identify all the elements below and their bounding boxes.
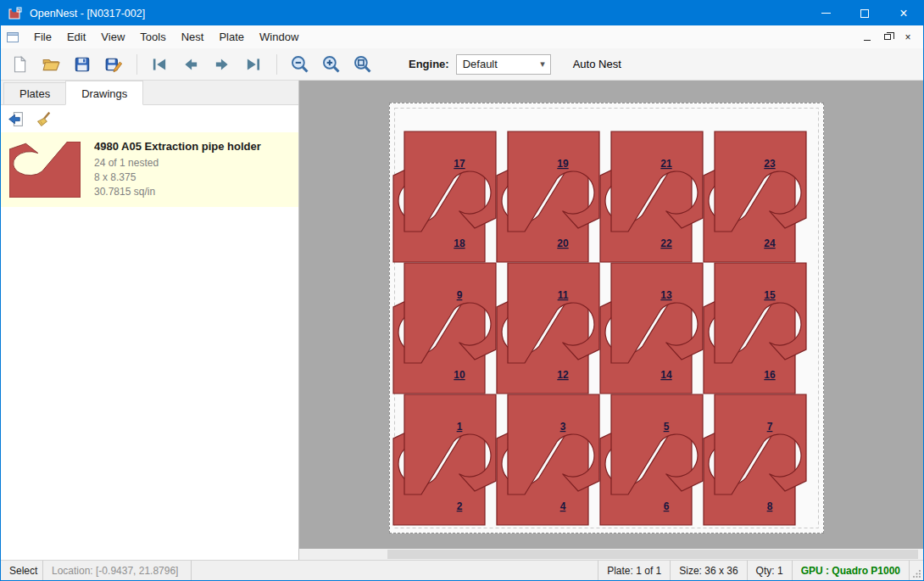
resize-grip[interactable] bbox=[910, 561, 923, 580]
status-qty: Qty: 1 bbox=[748, 561, 793, 580]
chevron-down-icon: ▾ bbox=[540, 59, 550, 70]
go-first-icon bbox=[150, 55, 169, 74]
part-number-label: 24 bbox=[764, 237, 776, 249]
menu-window[interactable]: Window bbox=[252, 26, 306, 47]
drawing-area: 30.7815 sq/in bbox=[94, 185, 298, 199]
save-edit-button[interactable] bbox=[100, 52, 127, 77]
app-window: OpenNest - [N0317-002] × File Edit View … bbox=[0, 0, 924, 581]
clean-button[interactable] bbox=[32, 108, 55, 130]
part-number-label: 16 bbox=[764, 369, 776, 381]
menu-view[interactable]: View bbox=[93, 26, 132, 47]
new-file-icon bbox=[10, 55, 29, 74]
part-number-label: 7 bbox=[767, 421, 773, 433]
drawing-title: 4980 A05 Extraction pipe holder bbox=[94, 140, 298, 153]
last-plate-button[interactable] bbox=[240, 52, 267, 77]
previous-icon bbox=[181, 55, 200, 74]
status-mode: Select bbox=[1, 561, 43, 580]
menu-nest[interactable]: Nest bbox=[174, 26, 212, 47]
main-toolbar: Engine: Default ▾ Auto Nest bbox=[1, 48, 923, 81]
next-plate-button[interactable] bbox=[209, 52, 236, 77]
scrollbar-thumb[interactable] bbox=[387, 550, 918, 559]
part-number-label: 8 bbox=[767, 500, 773, 512]
save-icon bbox=[73, 55, 92, 74]
previous-plate-button[interactable] bbox=[177, 52, 204, 77]
part-number-label: 22 bbox=[660, 237, 672, 249]
document-icon bbox=[6, 31, 19, 44]
maximize-icon bbox=[860, 9, 869, 18]
restore-icon bbox=[884, 34, 891, 40]
part-number-label: 9 bbox=[457, 289, 463, 301]
drawing-nested-count: 24 of 1 nested bbox=[94, 156, 298, 170]
go-last-icon bbox=[244, 55, 263, 74]
part-number-label: 4 bbox=[560, 500, 566, 512]
open-folder-icon bbox=[42, 55, 60, 74]
part-number-label: 21 bbox=[660, 158, 672, 170]
mdi-close-button[interactable]: × bbox=[898, 29, 918, 46]
next-icon bbox=[213, 55, 231, 74]
sidebar: Plates Drawings bbox=[1, 81, 299, 560]
part-number-label: 13 bbox=[660, 289, 672, 301]
part-number-label: 2 bbox=[457, 500, 463, 512]
zoom-fit-button[interactable] bbox=[348, 52, 376, 77]
tab-plates[interactable]: Plates bbox=[3, 82, 66, 104]
minimize-icon bbox=[821, 13, 831, 14]
close-button[interactable]: × bbox=[884, 1, 923, 25]
plate: 171819202122232491011121314151612345678 bbox=[389, 103, 824, 534]
new-button[interactable] bbox=[6, 52, 33, 77]
main-area: Plates Drawings bbox=[1, 81, 923, 560]
drawings-toolbar bbox=[1, 105, 298, 132]
part-number-label: 1 bbox=[457, 421, 463, 433]
mdi-minimize-button[interactable] bbox=[857, 29, 877, 46]
menu-file[interactable]: File bbox=[26, 26, 59, 47]
drawing-dimensions: 8 x 8.375 bbox=[94, 170, 298, 185]
zoom-in-icon bbox=[321, 54, 341, 74]
minimize-button[interactable] bbox=[806, 1, 845, 25]
zoom-fit-icon bbox=[353, 54, 372, 74]
status-bar: Select Location: [-0.9437, 21.8796] Plat… bbox=[1, 560, 923, 580]
part-number-label: 12 bbox=[557, 369, 569, 381]
zoom-out-button[interactable] bbox=[286, 52, 313, 77]
menu-plate[interactable]: Plate bbox=[211, 26, 252, 47]
part-number-label: 15 bbox=[764, 289, 776, 301]
auto-nest-button[interactable]: Auto Nest bbox=[573, 58, 621, 70]
menu-tools[interactable]: Tools bbox=[132, 26, 173, 47]
drawing-list-item[interactable]: 4980 A05 Extraction pipe holder 24 of 1 … bbox=[1, 132, 298, 207]
grip-dots-icon bbox=[912, 569, 921, 578]
window-title: OpenNest - [N0317-002] bbox=[30, 8, 145, 20]
part-number-label: 11 bbox=[558, 289, 569, 301]
save-button[interactable] bbox=[69, 52, 96, 77]
menu-edit[interactable]: Edit bbox=[59, 26, 93, 47]
part-number-label: 18 bbox=[454, 237, 465, 249]
part-number-label: 23 bbox=[764, 158, 776, 170]
zoom-in-button[interactable] bbox=[317, 52, 344, 77]
mdi-restore-button[interactable] bbox=[877, 29, 898, 46]
horizontal-scrollbar[interactable] bbox=[299, 549, 923, 560]
title-bar: OpenNest - [N0317-002] × bbox=[1, 1, 923, 25]
send-to-plate-button[interactable] bbox=[4, 108, 27, 130]
part-number-label: 5 bbox=[664, 421, 670, 433]
part-number-label: 20 bbox=[557, 237, 569, 249]
tab-drawings[interactable]: Drawings bbox=[65, 81, 143, 105]
menu-bar: File Edit View Tools Nest Plate Window × bbox=[1, 25, 923, 48]
maximize-button[interactable] bbox=[845, 1, 884, 25]
toolbar-separator bbox=[276, 54, 277, 75]
zoom-out-icon bbox=[290, 54, 309, 74]
nest-canvas[interactable]: 171819202122232491011121314151612345678 bbox=[299, 81, 923, 560]
status-size: Size: 36 x 36 bbox=[671, 561, 747, 580]
part-number-label: 14 bbox=[660, 369, 672, 381]
open-button[interactable] bbox=[37, 52, 64, 77]
status-location: Location: [-0.9437, 21.8796] bbox=[43, 561, 192, 580]
engine-label: Engine: bbox=[409, 58, 449, 70]
engine-select[interactable]: Default ▾ bbox=[456, 54, 551, 75]
part-number-label: 6 bbox=[664, 500, 670, 512]
close-icon: × bbox=[899, 7, 907, 20]
broom-icon bbox=[35, 110, 53, 128]
arrow-left-page-icon bbox=[7, 110, 25, 128]
save-edit-icon bbox=[104, 55, 123, 74]
status-gpu: GPU : Quadro P1000 bbox=[793, 561, 910, 580]
app-icon bbox=[8, 7, 22, 20]
part-thumbnail bbox=[9, 142, 81, 200]
first-plate-button[interactable] bbox=[146, 52, 173, 77]
part-number-label: 10 bbox=[454, 369, 465, 381]
status-plate: Plate: 1 of 1 bbox=[598, 561, 671, 580]
